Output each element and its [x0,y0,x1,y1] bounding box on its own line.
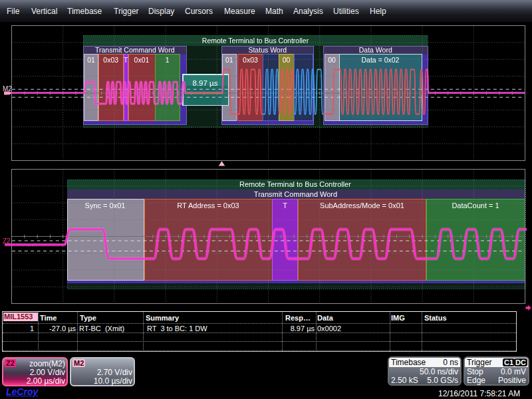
svg-text:Status Word: Status Word [248,46,287,54]
svg-text:00: 00 [283,56,291,64]
svg-text:RT Address = 0x03: RT Address = 0x03 [177,201,239,209]
svg-text:SubAddress/Mode = 0x01: SubAddress/Mode = 0x01 [320,201,404,209]
svg-text:Data Word: Data Word [359,46,392,54]
svg-text:0x03: 0x03 [243,56,258,64]
svg-text:01: 01 [87,56,95,64]
svg-text:1: 1 [166,56,170,64]
svg-text:Transmit Command Word: Transmit Command Word [95,46,175,54]
svg-text:00: 00 [328,56,336,64]
svg-text:Remote Terminal to Bus Control: Remote Terminal to Bus Controller [239,180,351,188]
svg-text:01: 01 [225,56,233,64]
svg-text:0x01: 0x01 [134,56,150,64]
svg-text:Data = 0x02: Data = 0x02 [362,56,400,64]
svg-text:0x03: 0x03 [103,56,118,64]
svg-text:Remote Terminal to Bus Control: Remote Terminal to Bus Controller [202,37,309,45]
svg-text:T: T [124,56,128,64]
svg-text:Transmit Command Word: Transmit Command Word [254,190,337,198]
svg-text:T: T [283,201,287,209]
svg-text:Z2: Z2 [3,237,11,245]
svg-text:M2: M2 [3,85,12,92]
svg-text:Sync = 0x01: Sync = 0x01 [85,201,126,209]
svg-text:8.97 µs: 8.97 µs [193,79,218,87]
svg-text:DataCount = 1: DataCount = 1 [452,201,499,209]
